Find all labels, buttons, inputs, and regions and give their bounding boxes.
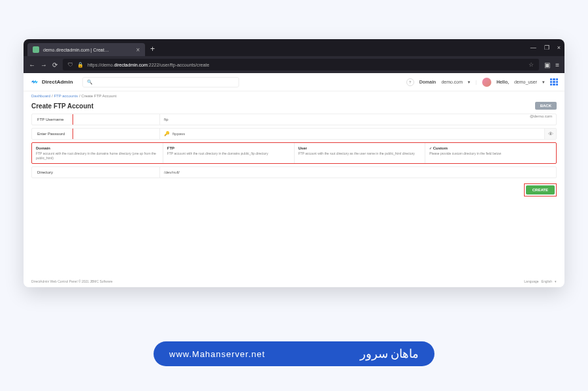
maximize-icon[interactable]: ❐ (544, 44, 549, 51)
directory-label: Directory (32, 167, 160, 178)
card-desc: FTP account with the root directory in t… (167, 151, 290, 156)
password-input[interactable] (172, 132, 540, 136)
chevron-down-icon: ▾ (555, 279, 557, 283)
card-title: Custom (429, 146, 552, 150)
form-area: FTP Username @demo.com Enter Password 🔑 … (24, 114, 564, 178)
back-button[interactable]: BACK (535, 102, 557, 110)
card-user[interactable]: User FTP account with the root directory… (295, 143, 426, 163)
chevron-down-icon[interactable]: ▾ (542, 80, 545, 85)
card-title: User (299, 146, 421, 150)
card-ftp[interactable]: FTP FTP account with the root directory … (163, 143, 295, 163)
forward-icon[interactable]: → (41, 61, 47, 69)
menu-icon[interactable]: ≡ (555, 61, 559, 69)
greeting: Hello, (497, 80, 509, 84)
card-desc: FTP account with the root directory as t… (299, 151, 421, 156)
breadcrumb: Dashboard / FTP accounts / Create FTP Ac… (24, 91, 564, 101)
directory-input[interactable] (164, 170, 552, 174)
lock-icon: 🔒 (77, 62, 84, 68)
card-title: Domain (36, 146, 159, 150)
url-text: https://demo.directadmin.com:2222/user/f… (88, 63, 209, 67)
card-custom[interactable]: Custom Please provide custom directory i… (425, 143, 556, 163)
language-selector[interactable]: Language English ▾ (524, 279, 557, 283)
card-desc: Please provide custom directory in the f… (429, 151, 552, 156)
breadcrumb-current: Create FTP Account (81, 94, 116, 98)
create-row: CREATE (24, 181, 564, 199)
page-title: Create FTP Account (31, 102, 93, 110)
back-icon[interactable]: ← (29, 61, 35, 69)
domain-value: demo.com (441, 80, 463, 84)
watermark-brand: ماهان سرور (360, 347, 419, 361)
minimize-icon[interactable]: — (531, 44, 536, 51)
shield-icon: 🛡 (68, 62, 73, 68)
logo-icon (30, 78, 39, 87)
breadcrumb-dashboard[interactable]: Dashboard (31, 94, 50, 98)
ftp-username-row: FTP Username @demo.com (31, 114, 557, 125)
brand-logo[interactable]: DirectAdmin (30, 78, 73, 87)
watermark-url: www.Mahanserver.net (169, 349, 265, 359)
search-icon: 🔍 (87, 80, 93, 85)
search-input[interactable]: 🔍 (82, 77, 239, 87)
directory-option-cards: Domain FTP account with the root directo… (31, 142, 557, 164)
copyright: DirectAdmin Web Control Panel © 2021 JBM… (31, 279, 112, 283)
ftp-username-label: FTP Username (32, 114, 160, 125)
chevron-down-icon[interactable]: ▾ (468, 80, 470, 85)
key-icon: 🔑 (164, 131, 170, 136)
breadcrumb-ftp[interactable]: FTP accounts (54, 94, 78, 98)
watermark-banner: www.Mahanserver.net ماهان سرور (154, 341, 434, 366)
tab-close-icon[interactable]: × (136, 46, 140, 54)
reload-icon[interactable]: ⟳ (52, 61, 57, 69)
close-window-icon[interactable]: × (557, 44, 561, 51)
apps-grid-icon[interactable] (550, 78, 558, 86)
password-label: Enter Password (32, 129, 160, 139)
window-controls: — ❐ × (531, 44, 561, 51)
browser-window: demo.directadmin.com | Creat… × + — ❐ × … (24, 39, 564, 287)
bookmark-icon[interactable]: ☆ (529, 61, 534, 68)
tab-favicon (33, 46, 39, 53)
browser-tab[interactable]: demo.directadmin.com | Creat… × (27, 43, 145, 56)
nav-bar: ← → ⟳ 🛡 🔒 https://demo.directadmin.com:2… (24, 56, 564, 73)
tab-title: demo.directadmin.com | Creat… (43, 48, 132, 52)
help-icon[interactable]: ? (406, 78, 414, 86)
ftp-username-input[interactable] (164, 117, 526, 121)
card-desc: FTP account with the root directory in t… (36, 151, 159, 160)
create-button[interactable]: CREATE (526, 185, 555, 195)
toggle-password-icon[interactable]: 👁 (544, 129, 556, 139)
domain-label: Domain (419, 80, 436, 84)
password-row: Enter Password 🔑 👁 (31, 128, 557, 140)
card-domain[interactable]: Domain FTP account with the root directo… (32, 143, 163, 163)
card-title: FTP (167, 146, 290, 150)
tab-bar: demo.directadmin.com | Creat… × + — ❐ × (24, 39, 564, 56)
directory-row: Directory (31, 166, 557, 178)
username: demo_user (514, 80, 537, 84)
footer: DirectAdmin Web Control Panel © 2021 JBM… (31, 279, 557, 283)
username-suffix: @demo.com (530, 114, 556, 125)
extensions-icon[interactable]: ▣ (544, 61, 550, 69)
url-bar[interactable]: 🛡 🔒 https://demo.directadmin.com:2222/us… (63, 59, 539, 70)
avatar[interactable] (482, 78, 491, 87)
title-row: Create FTP Account BACK (24, 101, 564, 114)
app-header: DirectAdmin 🔍 ? Domain demo.com ▾ | Hell… (24, 73, 564, 91)
brand-text: DirectAdmin (42, 79, 73, 85)
new-tab-button[interactable]: + (150, 44, 155, 54)
